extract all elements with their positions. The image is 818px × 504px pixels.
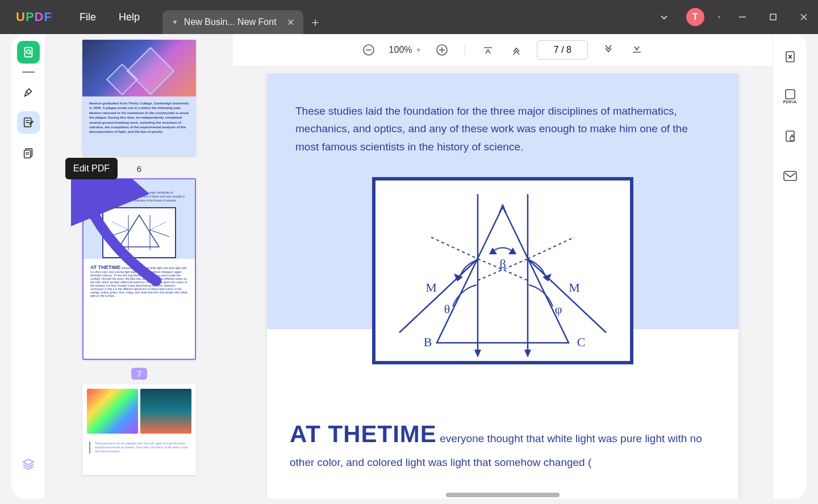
highlighter-button[interactable] bbox=[17, 81, 40, 103]
user-avatar[interactable]: T bbox=[686, 8, 704, 26]
diagram-label-b: B bbox=[424, 335, 432, 349]
titlebar-right: T bbox=[656, 8, 812, 26]
search-button[interactable] bbox=[17, 41, 40, 64]
svg-marker-14 bbox=[23, 459, 34, 465]
convert-button[interactable] bbox=[779, 45, 802, 68]
maximize-button[interactable] bbox=[765, 9, 782, 26]
layers-button[interactable] bbox=[17, 453, 40, 476]
last-page-button[interactable] bbox=[629, 42, 645, 58]
svg-rect-48 bbox=[784, 171, 796, 180]
edit-pdf-tooltip: Edit PDF bbox=[65, 158, 118, 179]
main-toolbar: 100% ▼ 7 / 8 bbox=[233, 34, 773, 66]
left-toolbar bbox=[11, 34, 45, 498]
diagram-label-m-right: M bbox=[569, 280, 580, 295]
thumbnail-label-7: 7 bbox=[131, 368, 147, 380]
svg-point-5 bbox=[26, 50, 30, 53]
first-page-button[interactable] bbox=[480, 42, 496, 58]
app-logo: UPDF bbox=[0, 10, 68, 24]
rail-divider bbox=[22, 72, 35, 73]
zoom-out-button[interactable] bbox=[361, 42, 377, 58]
right-toolbar: PDF/A bbox=[773, 34, 807, 498]
toolbar-divider bbox=[465, 44, 465, 56]
svg-line-36 bbox=[431, 237, 478, 259]
diagram-label-c: C bbox=[577, 335, 586, 349]
zoom-dropdown-icon[interactable]: ▼ bbox=[416, 47, 422, 53]
zoom-in-button[interactable] bbox=[434, 42, 450, 58]
chevron-down-icon[interactable] bbox=[656, 9, 673, 26]
more-icon[interactable] bbox=[718, 16, 720, 18]
menu-file[interactable]: File bbox=[80, 11, 96, 23]
diagram-label-m-left: M bbox=[425, 280, 437, 295]
svg-marker-33 bbox=[524, 350, 531, 358]
workspace: Edit PDF Newton graduated from Trinity C… bbox=[11, 34, 807, 498]
next-page-button[interactable] bbox=[600, 42, 616, 58]
svg-line-34 bbox=[399, 259, 478, 333]
main-view: 100% ▼ 7 / 8 These s bbox=[233, 34, 773, 498]
diagram-label-a: A bbox=[498, 201, 507, 215]
thumbnail-label-6: 6 bbox=[137, 164, 141, 174]
protect-button[interactable] bbox=[779, 125, 802, 148]
tab-bar: ▼ New Busin... New Font ✕ ＋ bbox=[162, 0, 327, 34]
tab-close-icon[interactable]: ✕ bbox=[287, 17, 294, 28]
main-menu: File Help bbox=[80, 11, 140, 23]
svg-rect-1 bbox=[770, 14, 776, 20]
diagram-label-theta: θ bbox=[444, 302, 450, 316]
thumbnail-page-6[interactable]: Newton graduated from Trinity College, C… bbox=[82, 40, 196, 156]
document-viewport[interactable]: These studies laid the foundation for th… bbox=[233, 66, 773, 498]
heading-at-thetime: AT THETIME bbox=[290, 421, 437, 447]
document-page: These studies laid the foundation for th… bbox=[267, 74, 738, 498]
menu-help[interactable]: Help bbox=[119, 11, 140, 23]
svg-marker-43 bbox=[508, 247, 516, 254]
svg-marker-31 bbox=[474, 350, 481, 358]
close-button[interactable] bbox=[795, 9, 812, 26]
callout-arrow-icon bbox=[71, 179, 168, 292]
document-tab[interactable]: ▼ New Busin... New Font ✕ bbox=[162, 10, 303, 34]
diagram-label-beta: β bbox=[499, 257, 506, 271]
titlebar: UPDF File Help ▼ New Busin... New Font ✕… bbox=[0, 0, 818, 34]
page-blue-section: These studies laid the foundation for th… bbox=[267, 74, 738, 329]
new-tab-button[interactable]: ＋ bbox=[303, 10, 327, 34]
thumbnail-page-8[interactable]: This experiment can be repeated over and… bbox=[82, 384, 196, 475]
svg-line-6 bbox=[30, 53, 31, 54]
paragraph-1: These studies laid the foundation for th… bbox=[295, 102, 710, 156]
diagram-label-phi: φ bbox=[555, 302, 562, 316]
pdfa-button[interactable]: PDF/A bbox=[779, 85, 802, 108]
zoom-level[interactable]: 100% ▼ bbox=[389, 45, 422, 55]
share-button[interactable] bbox=[779, 165, 802, 187]
svg-rect-45 bbox=[786, 90, 795, 99]
svg-line-38 bbox=[528, 237, 574, 259]
svg-marker-42 bbox=[489, 247, 497, 254]
minimize-button[interactable] bbox=[734, 9, 751, 26]
horizontal-scrollbar[interactable] bbox=[446, 493, 560, 497]
tab-title: New Busin... New Font bbox=[184, 17, 277, 27]
prev-page-button[interactable] bbox=[508, 42, 524, 58]
svg-line-35 bbox=[528, 259, 606, 333]
svg-rect-47 bbox=[790, 137, 794, 141]
page-indicator[interactable]: 7 / 8 bbox=[537, 40, 588, 60]
svg-rect-4 bbox=[24, 48, 32, 57]
edit-pdf-button[interactable] bbox=[17, 111, 40, 134]
prism-diagram: A B C M M β θ φ bbox=[372, 177, 633, 364]
organize-pages-button[interactable] bbox=[17, 142, 40, 165]
tab-dropdown-icon[interactable]: ▼ bbox=[172, 18, 178, 26]
